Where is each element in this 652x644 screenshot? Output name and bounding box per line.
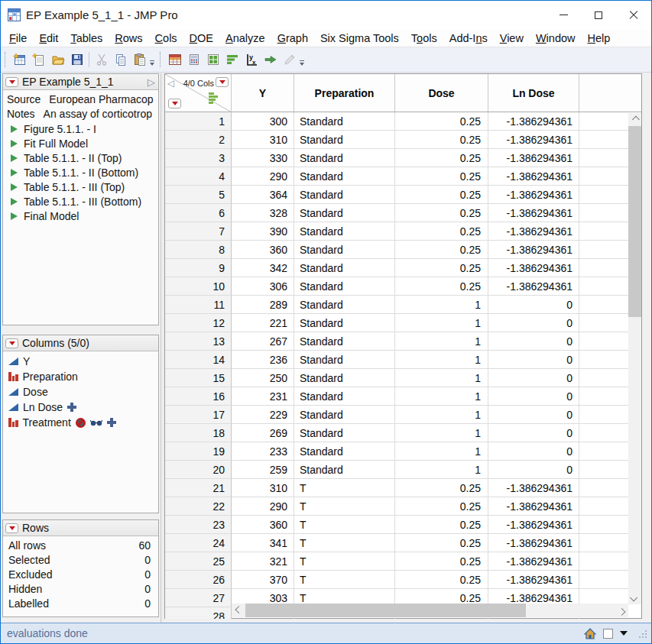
data-cell[interactable]: Standard [294, 167, 395, 186]
data-cell[interactable] [579, 296, 628, 314]
menu-add-ins[interactable]: Add-Ins [443, 31, 494, 46]
toolbar-grip[interactable] [5, 52, 8, 67]
data-cell[interactable] [579, 204, 628, 222]
script-item[interactable]: Figure 5.1.1. - I [7, 121, 158, 136]
data-cell[interactable] [579, 186, 628, 204]
columns-menu-button[interactable] [216, 77, 229, 87]
row-number-cell[interactable]: 27 [165, 589, 232, 607]
data-cell[interactable]: Standard [294, 369, 395, 387]
data-cell[interactable] [579, 332, 628, 351]
data-cell[interactable]: 1 [395, 424, 488, 442]
table-menu-button[interactable] [5, 77, 18, 87]
scroll-right-button[interactable] [615, 604, 628, 617]
data-cell[interactable]: T [294, 497, 395, 516]
menu-doe[interactable]: DOE [183, 31, 219, 46]
vertical-scrollbar[interactable] [628, 113, 641, 604]
row-number-cell[interactable]: 12 [165, 314, 232, 332]
row-number-cell[interactable]: 23 [165, 516, 232, 534]
data-cell[interactable]: 231 [232, 387, 294, 406]
data-cell[interactable] [579, 351, 628, 369]
menu-file[interactable]: File [3, 31, 33, 46]
data-cell[interactable]: -1.386294361 [488, 552, 579, 571]
data-cell[interactable]: -1.386294361 [488, 186, 579, 204]
data-cell[interactable]: Standard [294, 277, 395, 296]
data-cell[interactable]: 0.25 [395, 186, 488, 204]
row-number-cell[interactable]: 15 [165, 369, 232, 387]
menu-window[interactable]: Window [530, 31, 582, 46]
data-cell[interactable] [579, 149, 628, 167]
row-number-cell[interactable]: 10 [165, 277, 232, 296]
data-cell[interactable]: 342 [232, 259, 294, 277]
menu-six-sigma-tools[interactable]: Six Sigma Tools [314, 31, 405, 46]
row-number-cell[interactable]: 28 [165, 607, 232, 619]
script-item[interactable]: Table 5.1.1. - II (Top) [7, 150, 158, 165]
data-cell[interactable] [579, 277, 628, 296]
data-cell[interactable]: T [294, 552, 395, 571]
data-cell[interactable] [579, 571, 628, 589]
data-cell[interactable]: Standard [294, 332, 395, 351]
resize-grip[interactable] [637, 629, 647, 638]
column-item[interactable]: Y [7, 354, 158, 369]
data-cell[interactable]: 360 [232, 241, 294, 259]
window-layer-button[interactable] [603, 629, 613, 639]
data-cell[interactable]: -1.386294361 [488, 497, 579, 516]
data-cell[interactable]: T [294, 571, 395, 589]
data-cell[interactable] [579, 369, 628, 387]
data-cell[interactable]: Standard [294, 241, 395, 259]
data-cell[interactable]: -1.386294361 [488, 479, 579, 497]
data-cell[interactable]: 310 [232, 131, 294, 149]
data-cell[interactable]: 1 [395, 442, 488, 461]
row-number-cell[interactable]: 2 [165, 131, 232, 149]
data-cell[interactable]: 0 [488, 369, 579, 387]
data-cell[interactable] [579, 424, 628, 442]
panel-expand-icon[interactable]: ▷ [148, 77, 155, 87]
cut-icon[interactable] [92, 50, 111, 70]
row-number-cell[interactable]: 14 [165, 351, 232, 369]
row-number-cell[interactable]: 7 [165, 222, 232, 241]
row-number-cell[interactable]: 1 [165, 112, 232, 131]
data-cell[interactable]: T [294, 516, 395, 534]
horizontal-scroll-thumb[interactable] [245, 604, 526, 617]
data-cell[interactable]: 221 [232, 314, 294, 332]
data-cell[interactable] [579, 534, 628, 552]
tile-windows-icon[interactable] [203, 50, 222, 70]
data-cell[interactable] [579, 167, 628, 186]
minimize-button[interactable] [546, 1, 581, 29]
data-cell[interactable]: -1.386294361 [488, 112, 579, 131]
data-table-icon[interactable] [165, 50, 184, 70]
data-cell[interactable]: 267 [232, 332, 294, 351]
rows-menu-button[interactable] [168, 99, 181, 108]
data-cell[interactable]: 0.25 [395, 277, 488, 296]
data-cell[interactable] [579, 131, 628, 149]
data-cell[interactable]: Standard [294, 406, 395, 424]
data-cell[interactable]: Standard [294, 149, 395, 167]
data-cell[interactable]: 0.25 [395, 204, 488, 222]
data-cell[interactable]: 0 [488, 461, 579, 479]
menu-graph[interactable]: Graph [271, 31, 314, 46]
data-cell[interactable]: 250 [232, 369, 294, 387]
data-cell[interactable]: 390 [232, 222, 294, 241]
data-cell[interactable] [579, 241, 628, 259]
column-header[interactable]: Ln Dose [488, 74, 579, 112]
data-cell[interactable]: 0 [488, 314, 579, 332]
row-number-cell[interactable]: 4 [165, 167, 232, 186]
row-number-cell[interactable]: 22 [165, 497, 232, 516]
data-cell[interactable]: -1.386294361 [488, 534, 579, 552]
green-arrow-icon[interactable] [11, 183, 18, 191]
data-cell[interactable]: 328 [232, 204, 294, 222]
data-cell[interactable] [579, 406, 628, 424]
data-cell[interactable]: 0 [488, 406, 579, 424]
row-number-cell[interactable]: 21 [165, 479, 232, 497]
data-cell[interactable]: 1 [395, 387, 488, 406]
column-item[interactable]: Dose [7, 384, 158, 400]
green-arrow-icon[interactable] [11, 198, 18, 205]
data-cell[interactable]: Standard [294, 112, 395, 131]
run-script-icon[interactable] [261, 50, 280, 70]
script-item[interactable]: Table 5.1.1. - III (Bottom) [7, 194, 158, 209]
data-cell[interactable]: 289 [232, 296, 294, 314]
home-icon[interactable] [584, 628, 596, 639]
row-number-cell[interactable]: 25 [165, 552, 232, 571]
row-number-cell[interactable]: 24 [165, 534, 232, 552]
status-dropdown-icon[interactable] [620, 631, 628, 636]
data-cell[interactable]: -1.386294361 [488, 204, 579, 222]
